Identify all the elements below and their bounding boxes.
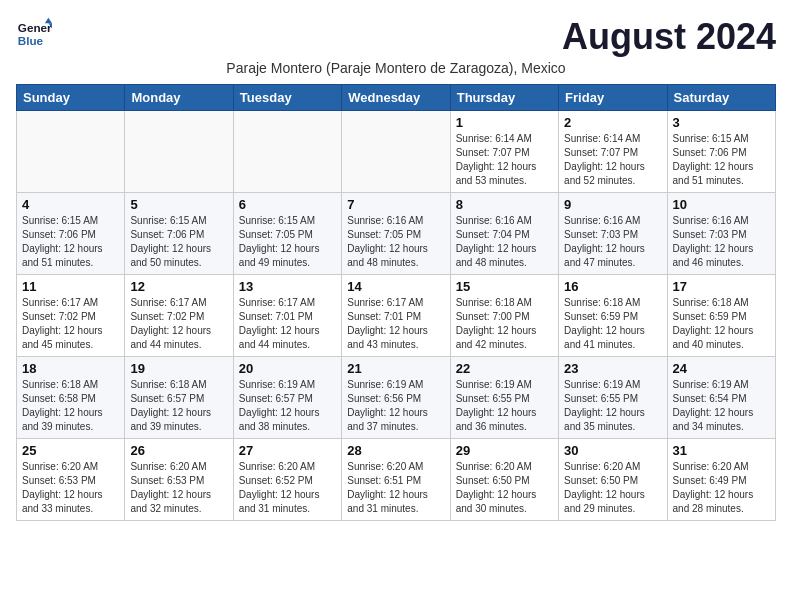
calendar-week-row: 18Sunrise: 6:18 AM Sunset: 6:58 PM Dayli…: [17, 357, 776, 439]
calendar-cell: 3Sunrise: 6:15 AM Sunset: 7:06 PM Daylig…: [667, 111, 775, 193]
calendar-cell: 1Sunrise: 6:14 AM Sunset: 7:07 PM Daylig…: [450, 111, 558, 193]
page-header: General Blue August 2024: [16, 16, 776, 58]
day-info: Sunrise: 6:18 AM Sunset: 7:00 PM Dayligh…: [456, 296, 553, 352]
calendar-cell: [125, 111, 233, 193]
calendar-cell: 18Sunrise: 6:18 AM Sunset: 6:58 PM Dayli…: [17, 357, 125, 439]
day-info: Sunrise: 6:17 AM Sunset: 7:01 PM Dayligh…: [239, 296, 336, 352]
calendar-week-row: 11Sunrise: 6:17 AM Sunset: 7:02 PM Dayli…: [17, 275, 776, 357]
calendar-week-row: 25Sunrise: 6:20 AM Sunset: 6:53 PM Dayli…: [17, 439, 776, 521]
day-info: Sunrise: 6:19 AM Sunset: 6:55 PM Dayligh…: [564, 378, 661, 434]
calendar-cell: 11Sunrise: 6:17 AM Sunset: 7:02 PM Dayli…: [17, 275, 125, 357]
calendar-cell: 22Sunrise: 6:19 AM Sunset: 6:55 PM Dayli…: [450, 357, 558, 439]
calendar-table: SundayMondayTuesdayWednesdayThursdayFrid…: [16, 84, 776, 521]
calendar-cell: 12Sunrise: 6:17 AM Sunset: 7:02 PM Dayli…: [125, 275, 233, 357]
day-number: 21: [347, 361, 444, 376]
day-info: Sunrise: 6:20 AM Sunset: 6:51 PM Dayligh…: [347, 460, 444, 516]
day-number: 27: [239, 443, 336, 458]
calendar-cell: 5Sunrise: 6:15 AM Sunset: 7:06 PM Daylig…: [125, 193, 233, 275]
day-info: Sunrise: 6:18 AM Sunset: 6:59 PM Dayligh…: [673, 296, 770, 352]
day-info: Sunrise: 6:16 AM Sunset: 7:03 PM Dayligh…: [673, 214, 770, 270]
day-info: Sunrise: 6:17 AM Sunset: 7:02 PM Dayligh…: [130, 296, 227, 352]
calendar-cell: [342, 111, 450, 193]
day-info: Sunrise: 6:20 AM Sunset: 6:52 PM Dayligh…: [239, 460, 336, 516]
day-number: 24: [673, 361, 770, 376]
calendar-cell: 28Sunrise: 6:20 AM Sunset: 6:51 PM Dayli…: [342, 439, 450, 521]
calendar-cell: 31Sunrise: 6:20 AM Sunset: 6:49 PM Dayli…: [667, 439, 775, 521]
day-number: 1: [456, 115, 553, 130]
calendar-cell: 2Sunrise: 6:14 AM Sunset: 7:07 PM Daylig…: [559, 111, 667, 193]
col-header-thursday: Thursday: [450, 85, 558, 111]
calendar-cell: 19Sunrise: 6:18 AM Sunset: 6:57 PM Dayli…: [125, 357, 233, 439]
day-number: 19: [130, 361, 227, 376]
day-info: Sunrise: 6:15 AM Sunset: 7:05 PM Dayligh…: [239, 214, 336, 270]
day-info: Sunrise: 6:14 AM Sunset: 7:07 PM Dayligh…: [564, 132, 661, 188]
day-number: 11: [22, 279, 119, 294]
calendar-cell: [233, 111, 341, 193]
calendar-cell: [17, 111, 125, 193]
day-number: 4: [22, 197, 119, 212]
day-number: 18: [22, 361, 119, 376]
calendar-subtitle: Paraje Montero (Paraje Montero de Zarago…: [16, 60, 776, 76]
day-info: Sunrise: 6:20 AM Sunset: 6:50 PM Dayligh…: [564, 460, 661, 516]
calendar-cell: 21Sunrise: 6:19 AM Sunset: 6:56 PM Dayli…: [342, 357, 450, 439]
day-number: 7: [347, 197, 444, 212]
day-info: Sunrise: 6:15 AM Sunset: 7:06 PM Dayligh…: [673, 132, 770, 188]
calendar-cell: 16Sunrise: 6:18 AM Sunset: 6:59 PM Dayli…: [559, 275, 667, 357]
day-number: 10: [673, 197, 770, 212]
day-info: Sunrise: 6:20 AM Sunset: 6:53 PM Dayligh…: [130, 460, 227, 516]
day-number: 9: [564, 197, 661, 212]
day-number: 2: [564, 115, 661, 130]
day-number: 26: [130, 443, 227, 458]
day-number: 29: [456, 443, 553, 458]
day-info: Sunrise: 6:20 AM Sunset: 6:50 PM Dayligh…: [456, 460, 553, 516]
col-header-monday: Monday: [125, 85, 233, 111]
calendar-week-row: 4Sunrise: 6:15 AM Sunset: 7:06 PM Daylig…: [17, 193, 776, 275]
day-info: Sunrise: 6:18 AM Sunset: 6:58 PM Dayligh…: [22, 378, 119, 434]
day-info: Sunrise: 6:16 AM Sunset: 7:03 PM Dayligh…: [564, 214, 661, 270]
day-number: 6: [239, 197, 336, 212]
day-number: 13: [239, 279, 336, 294]
col-header-friday: Friday: [559, 85, 667, 111]
day-number: 3: [673, 115, 770, 130]
calendar-cell: 26Sunrise: 6:20 AM Sunset: 6:53 PM Dayli…: [125, 439, 233, 521]
calendar-cell: 20Sunrise: 6:19 AM Sunset: 6:57 PM Dayli…: [233, 357, 341, 439]
calendar-cell: 25Sunrise: 6:20 AM Sunset: 6:53 PM Dayli…: [17, 439, 125, 521]
logo-icon: General Blue: [16, 16, 52, 52]
col-header-saturday: Saturday: [667, 85, 775, 111]
day-number: 20: [239, 361, 336, 376]
col-header-wednesday: Wednesday: [342, 85, 450, 111]
calendar-cell: 17Sunrise: 6:18 AM Sunset: 6:59 PM Dayli…: [667, 275, 775, 357]
day-number: 15: [456, 279, 553, 294]
day-number: 31: [673, 443, 770, 458]
day-info: Sunrise: 6:16 AM Sunset: 7:04 PM Dayligh…: [456, 214, 553, 270]
day-info: Sunrise: 6:17 AM Sunset: 7:01 PM Dayligh…: [347, 296, 444, 352]
day-number: 22: [456, 361, 553, 376]
day-number: 25: [22, 443, 119, 458]
day-info: Sunrise: 6:15 AM Sunset: 7:06 PM Dayligh…: [22, 214, 119, 270]
calendar-cell: 24Sunrise: 6:19 AM Sunset: 6:54 PM Dayli…: [667, 357, 775, 439]
calendar-cell: 8Sunrise: 6:16 AM Sunset: 7:04 PM Daylig…: [450, 193, 558, 275]
calendar-header-row: SundayMondayTuesdayWednesdayThursdayFrid…: [17, 85, 776, 111]
day-info: Sunrise: 6:20 AM Sunset: 6:53 PM Dayligh…: [22, 460, 119, 516]
day-number: 8: [456, 197, 553, 212]
day-info: Sunrise: 6:14 AM Sunset: 7:07 PM Dayligh…: [456, 132, 553, 188]
calendar-cell: 15Sunrise: 6:18 AM Sunset: 7:00 PM Dayli…: [450, 275, 558, 357]
calendar-cell: 14Sunrise: 6:17 AM Sunset: 7:01 PM Dayli…: [342, 275, 450, 357]
day-info: Sunrise: 6:19 AM Sunset: 6:57 PM Dayligh…: [239, 378, 336, 434]
day-info: Sunrise: 6:19 AM Sunset: 6:55 PM Dayligh…: [456, 378, 553, 434]
day-number: 16: [564, 279, 661, 294]
calendar-cell: 27Sunrise: 6:20 AM Sunset: 6:52 PM Dayli…: [233, 439, 341, 521]
month-title: August 2024: [562, 16, 776, 58]
calendar-cell: 13Sunrise: 6:17 AM Sunset: 7:01 PM Dayli…: [233, 275, 341, 357]
day-number: 28: [347, 443, 444, 458]
col-header-tuesday: Tuesday: [233, 85, 341, 111]
day-number: 12: [130, 279, 227, 294]
day-info: Sunrise: 6:18 AM Sunset: 6:57 PM Dayligh…: [130, 378, 227, 434]
col-header-sunday: Sunday: [17, 85, 125, 111]
day-info: Sunrise: 6:17 AM Sunset: 7:02 PM Dayligh…: [22, 296, 119, 352]
day-info: Sunrise: 6:19 AM Sunset: 6:54 PM Dayligh…: [673, 378, 770, 434]
svg-text:Blue: Blue: [18, 34, 44, 47]
calendar-cell: 4Sunrise: 6:15 AM Sunset: 7:06 PM Daylig…: [17, 193, 125, 275]
day-number: 5: [130, 197, 227, 212]
calendar-cell: 6Sunrise: 6:15 AM Sunset: 7:05 PM Daylig…: [233, 193, 341, 275]
